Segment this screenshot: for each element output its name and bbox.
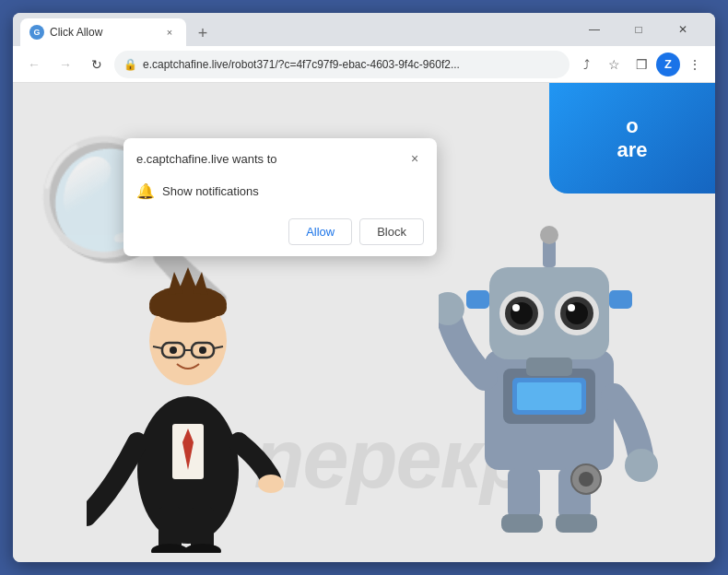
menu-button[interactable]: ⋮ xyxy=(682,52,708,77)
minimize-button[interactable]: — xyxy=(573,16,616,43)
forward-button[interactable]: → xyxy=(52,51,79,78)
svg-rect-41 xyxy=(501,514,543,533)
bookmark-button[interactable]: ☆ xyxy=(601,52,627,77)
toolbar-actions: ⤴ ☆ ❒ Z ⋮ xyxy=(573,52,708,77)
active-tab[interactable]: G Click Allow × xyxy=(20,18,186,46)
svg-rect-24 xyxy=(517,382,581,410)
dialog-permission-row: 🔔 Show notifications xyxy=(123,175,437,207)
tab-favicon: G xyxy=(29,25,44,40)
blue-banner: o are xyxy=(549,83,715,194)
svg-point-20 xyxy=(258,475,284,493)
address-bar[interactable]: 🔒 e.captchafine.live/robot371/?c=4f7c97f… xyxy=(114,51,569,78)
block-button[interactable]: Block xyxy=(359,218,424,245)
window-controls: — □ ✕ xyxy=(573,16,708,43)
back-button[interactable]: ← xyxy=(20,51,48,78)
permission-text: Show notifications xyxy=(162,184,259,198)
tab-area: G Click Allow × + xyxy=(20,13,573,46)
svg-point-29 xyxy=(512,304,520,311)
svg-point-37 xyxy=(540,226,558,244)
address-text: e.captchafine.live/robot371/?c=4f7c97f9-… xyxy=(143,58,560,71)
banner-line2: are xyxy=(616,138,647,162)
maximize-button[interactable]: □ xyxy=(617,16,660,43)
toolbar: ← → ↻ 🔒 e.captchafine.live/robot371/?c=4… xyxy=(13,46,715,83)
svg-rect-42 xyxy=(556,514,597,533)
svg-point-18 xyxy=(170,346,177,354)
tab-close-button[interactable]: × xyxy=(162,25,177,40)
lock-icon: 🔒 xyxy=(123,58,137,71)
svg-marker-10 xyxy=(179,267,197,290)
dialog-close-button[interactable]: × xyxy=(405,149,424,168)
svg-rect-34 xyxy=(466,290,489,309)
banner-line1: o xyxy=(626,114,638,138)
svg-rect-9 xyxy=(149,299,227,316)
svg-marker-12 xyxy=(193,272,208,295)
svg-point-4 xyxy=(184,544,221,553)
svg-marker-11 xyxy=(168,272,183,295)
allow-button[interactable]: Allow xyxy=(288,218,352,245)
svg-rect-39 xyxy=(508,468,540,519)
dialog-header: e.captchafine.live wants to × xyxy=(123,138,437,175)
bell-icon: 🔔 xyxy=(136,182,155,200)
sidebar-button[interactable]: ❒ xyxy=(628,52,654,77)
dialog-title: e.captchafine.live wants to xyxy=(136,152,276,166)
title-bar: G Click Allow × + — □ ✕ xyxy=(13,13,715,46)
robot-illustration xyxy=(439,212,660,544)
close-button[interactable]: ✕ xyxy=(662,16,704,43)
reload-button[interactable]: ↻ xyxy=(83,51,111,78)
profile-button[interactable]: Z xyxy=(656,53,680,76)
svg-point-44 xyxy=(625,449,658,482)
share-button[interactable]: ⤴ xyxy=(573,52,599,77)
content-area: 🔍 o are перекр xyxy=(13,83,715,562)
svg-point-3 xyxy=(151,544,188,553)
dialog-actions: Allow Block xyxy=(123,207,437,256)
new-tab-button[interactable]: + xyxy=(190,20,216,46)
permission-dialog: e.captchafine.live wants to × 🔔 Show not… xyxy=(123,138,437,256)
tab-title: Click Allow xyxy=(50,26,157,39)
svg-rect-38 xyxy=(526,358,572,376)
svg-rect-35 xyxy=(609,290,632,309)
svg-point-33 xyxy=(568,304,575,311)
browser-window: G Click Allow × + — □ ✕ ← → ↻ 🔒 e.captch… xyxy=(13,13,715,562)
svg-point-46 xyxy=(579,472,593,487)
svg-point-19 xyxy=(199,346,206,354)
